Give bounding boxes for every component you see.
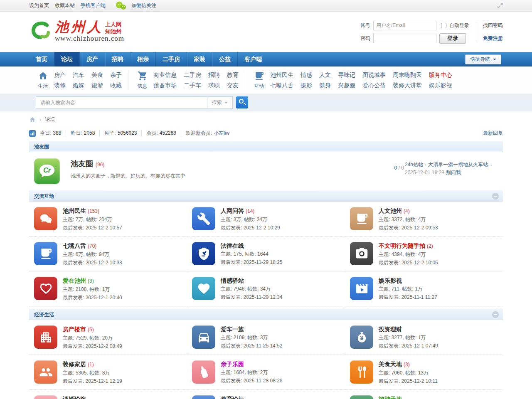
subnav-link[interactable]: 求职	[208, 81, 220, 90]
wrench-icon[interactable]	[192, 207, 215, 230]
heart2-icon[interactable]	[34, 277, 57, 300]
moneybag-icon[interactable]: ¥	[350, 325, 373, 349]
film-icon[interactable]	[350, 277, 373, 300]
forum-link[interactable]: 人网问答	[221, 207, 244, 214]
subnav-link[interactable]: 七嘴八舌	[270, 81, 293, 90]
forum-link[interactable]: 爱在池州	[63, 277, 86, 284]
subnav-link[interactable]: 情感	[300, 71, 312, 79]
last-post-user-link[interactable]: 别问我	[446, 170, 461, 175]
subnav-link[interactable]: 跳蚤市场	[153, 81, 177, 90]
utensils-icon[interactable]	[350, 360, 373, 384]
search-type-select[interactable]: 搜索	[207, 96, 233, 109]
subnav-link[interactable]: 娱乐影视	[429, 81, 452, 90]
subnav-link[interactable]: 美食	[91, 71, 103, 79]
subnav-link[interactable]: 汽车	[73, 71, 84, 79]
auto-login-checkbox[interactable]	[441, 23, 446, 28]
subnav-link[interactable]: 装修大讲堂	[393, 81, 422, 90]
password-input[interactable]	[373, 34, 436, 43]
subnav-link[interactable]: 版务中心	[429, 71, 452, 79]
subnav-link[interactable]: 装修	[54, 81, 66, 90]
subnav-link[interactable]: 二手车	[184, 81, 201, 90]
mobile-client-link[interactable]: 手机客户端	[81, 2, 106, 9]
camera-icon[interactable]	[350, 242, 373, 265]
forum-link[interactable]: 人文池州	[379, 207, 402, 214]
subnav-link[interactable]: 爱心公益	[362, 81, 386, 90]
search-input[interactable]	[36, 96, 207, 109]
chiyouquan-forum-icon[interactable]: Cr	[34, 158, 60, 184]
building-icon[interactable]	[34, 325, 57, 349]
nav-item-8[interactable]: 客户端	[237, 52, 268, 66]
login-button[interactable]: 登录	[439, 33, 466, 44]
subnav-link[interactable]: 二手房	[184, 71, 201, 79]
heart-icon[interactable]	[192, 277, 215, 300]
breadcrumb-forum-link[interactable]: 论坛	[45, 116, 55, 123]
subnav-link[interactable]: 摄影	[300, 81, 312, 90]
nav-item-1[interactable]: 论坛	[54, 52, 79, 66]
bottle-icon[interactable]	[192, 360, 215, 384]
set-home-link[interactable]: 设为首页	[29, 2, 49, 9]
forum-link[interactable]: 情感驿站	[221, 277, 244, 284]
cafe-icon[interactable]	[350, 207, 373, 230]
forum-link[interactable]: 七嘴八舌	[63, 242, 86, 249]
nav-item-4[interactable]: 相亲	[130, 52, 155, 66]
subnav-link[interactable]: 房产	[54, 71, 66, 79]
forum-link[interactable]: 不文明行为随手拍	[379, 242, 425, 249]
subnav-link[interactable]: 健身	[319, 81, 331, 90]
nav-item-6[interactable]: 家装	[187, 52, 212, 66]
subnav-link[interactable]: 池州民生	[270, 71, 293, 79]
search-button[interactable]	[236, 96, 248, 108]
forum-link[interactable]: 爱车一族	[221, 326, 244, 332]
subnav-link[interactable]: 交友	[227, 81, 239, 90]
forum-link[interactable]: 池州民生	[63, 207, 86, 214]
subnav-link[interactable]: 周末嗨翻天	[393, 71, 422, 79]
nav-item-0[interactable]: 首页	[29, 52, 54, 66]
forum-link[interactable]: 旅游天地	[379, 396, 402, 399]
nav-item-3[interactable]: 招聘	[105, 52, 130, 66]
tree-icon[interactable]	[350, 395, 373, 399]
shield-icon[interactable]	[192, 242, 215, 265]
home-icon[interactable]	[29, 116, 36, 123]
wechat-follow-link[interactable]: 加微信关注	[131, 2, 156, 9]
nav-item-2[interactable]: 房产	[79, 52, 105, 66]
subnav-link[interactable]: 人文	[319, 71, 331, 79]
forum-link[interactable]: 教育论坛	[221, 396, 244, 399]
register-link[interactable]: 免费注册	[483, 35, 503, 42]
forum-link[interactable]: 装修家居	[63, 361, 86, 367]
forum-link[interactable]: 亲子乐园	[221, 361, 244, 367]
subnav-link[interactable]: 商业信息	[153, 71, 177, 79]
subnav-link[interactable]: 旅游	[91, 81, 103, 90]
cafe-icon[interactable]	[34, 242, 57, 265]
forum-link[interactable]: 谈婚论嫁	[63, 396, 86, 399]
rings-icon[interactable]	[34, 395, 57, 399]
subnav-link[interactable]: 亲子	[110, 71, 122, 79]
latest-reply-link[interactable]: 最新回复	[483, 130, 503, 137]
site-logo[interactable]: 池州人 上人网 知池州 www.chizhouren.com	[29, 20, 124, 44]
subnav-link[interactable]: 兴趣圈	[338, 81, 355, 90]
car-icon[interactable]	[192, 325, 215, 349]
nav-item-7[interactable]: 公益	[212, 52, 237, 66]
subnav-link[interactable]: 图说城事	[362, 71, 386, 79]
forum-link[interactable]: 法律在线	[221, 242, 244, 249]
hot-thread-link[interactable]: 24h热帖：大清早一瘸一拐地从火车站...	[405, 161, 498, 169]
collapse-icon[interactable]	[492, 193, 499, 200]
bookmark-link[interactable]: 收藏本站	[55, 2, 75, 9]
forum-link[interactable]: 房产楼市	[63, 326, 86, 332]
nav-item-5[interactable]: 二手房	[155, 52, 187, 66]
collapse-icon[interactable]	[492, 311, 499, 318]
people-icon[interactable]	[34, 360, 57, 384]
newest-member-link[interactable]: 小左liw	[214, 130, 229, 136]
forum-link[interactable]: 投资理财	[379, 326, 402, 332]
edu-icon[interactable]	[192, 395, 215, 399]
forgot-password-link[interactable]: 找回密码	[483, 22, 503, 29]
subnav-link[interactable]: 招聘	[208, 71, 220, 79]
quick-nav-button[interactable]: 快捷导航	[465, 54, 501, 64]
fullscreen-icon[interactable]	[497, 2, 504, 9]
forum-link[interactable]: 池友圈	[71, 160, 93, 168]
forum-link[interactable]: 娱乐影视	[379, 277, 402, 284]
bubbles-icon[interactable]	[34, 207, 57, 230]
account-input[interactable]	[373, 21, 436, 30]
subnav-link[interactable]: 婚嫁	[73, 81, 84, 90]
subnav-link[interactable]: 收藏	[110, 81, 122, 90]
forum-link[interactable]: 美食天地	[379, 361, 402, 367]
subnav-link[interactable]: 教育	[227, 71, 239, 79]
